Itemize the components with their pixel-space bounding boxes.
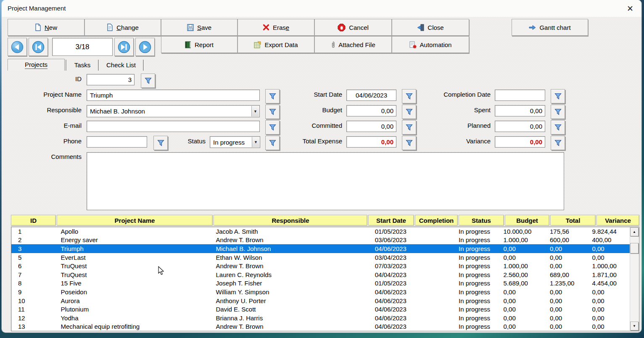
scroll-down-icon[interactable]: ▼ (630, 322, 639, 330)
cell-budget[interactable]: 0,00 (497, 322, 541, 331)
cell-project-name[interactable]: Poseidon (55, 288, 210, 296)
next-record-button[interactable] (135, 38, 155, 56)
close-button[interactable]: Close (392, 19, 469, 36)
cell-id[interactable]: 7 (11, 270, 55, 279)
cell-completion[interactable] (408, 296, 451, 305)
column-header-variance[interactable]: Variance (596, 215, 639, 226)
cell-budget[interactable]: 0,00 (497, 296, 541, 305)
cell-status[interactable]: In progress (451, 261, 496, 270)
cell-budget[interactable]: 0,00 (497, 305, 541, 314)
column-header-completion[interactable]: Completion (415, 215, 458, 226)
first-record-button[interactable] (29, 38, 48, 56)
cell-id[interactable]: 12 (11, 314, 55, 322)
email-filter-button[interactable] (265, 120, 280, 135)
cell-status[interactable]: In progress (451, 288, 496, 296)
cell-responsible[interactable]: Joseph T. Fisher (210, 279, 362, 288)
prev-record-button[interactable] (8, 38, 27, 56)
table-row[interactable]: 5EverLastEthan W. Wilson03/04/2023In pro… (11, 253, 630, 262)
cell-completion[interactable] (408, 288, 451, 296)
cell-completion[interactable] (408, 253, 451, 262)
cell-variance[interactable]: 9.824,44 (587, 227, 630, 236)
cell-variance[interactable]: 400,00 (587, 236, 630, 245)
cell-responsible[interactable]: Andrew T. Brown (210, 261, 362, 270)
email-field[interactable] (87, 121, 260, 132)
cell-id[interactable]: 5 (11, 253, 55, 262)
column-header-responsible[interactable]: Responsible (214, 215, 367, 226)
save-button[interactable]: Save (161, 19, 238, 36)
project-name-filter-button[interactable] (265, 89, 280, 103)
budget-filter-button[interactable] (402, 105, 416, 119)
start-date-field[interactable]: 04/06/2023 (346, 90, 396, 101)
completion-date-filter-button[interactable] (551, 89, 565, 103)
variance-filter-button[interactable] (551, 136, 565, 150)
report-button[interactable]: Report (161, 36, 238, 53)
table-row[interactable]: 11PlutoniumDavid E. Scott04/06/2023In pr… (11, 305, 630, 314)
planned-filter-button[interactable] (551, 120, 565, 135)
cell-budget[interactable]: 1.000,00 (497, 261, 541, 270)
cell-budget[interactable]: 1.000,00 (497, 236, 541, 245)
cell-id[interactable]: 3 (11, 244, 55, 253)
cell-total[interactable]: 175,56 (541, 227, 587, 236)
status-combobox[interactable]: In progress ▼ (210, 136, 260, 148)
cancel-button[interactable]: Cancel (314, 19, 392, 36)
table-row[interactable]: 12YodhaBrianna J. Harris04/06/2023In pro… (11, 314, 630, 322)
cell-start-date[interactable]: 04/06/2023 (362, 296, 408, 305)
cell-start-date[interactable]: 04/06/2023 (362, 305, 408, 314)
cell-status[interactable]: In progress (451, 314, 496, 322)
cell-project-name[interactable]: Aurora (55, 296, 210, 305)
cell-budget[interactable]: 5.689,00 (497, 279, 541, 288)
attached-file-button[interactable]: Attached File (314, 36, 392, 53)
cell-variance[interactable]: 4.454,00 (587, 279, 630, 288)
cell-responsible[interactable]: Andrew T. Brown (210, 236, 362, 245)
cell-project-name[interactable]: Plutonium (55, 305, 210, 314)
cell-completion[interactable] (408, 261, 451, 270)
cell-total[interactable]: 1.235,00 (541, 279, 587, 288)
cell-id[interactable]: 2 (11, 236, 55, 245)
cell-start-date[interactable]: 01/05/2023 (362, 227, 408, 236)
cell-responsible[interactable]: Ethan W. Wilson (210, 253, 362, 262)
cell-responsible[interactable]: David E. Scott (210, 305, 362, 314)
committed-field[interactable]: 0,00 (346, 121, 396, 132)
table-row[interactable]: 9PoseidonWilliam Y. Simpson04/06/2023In … (11, 288, 630, 296)
committed-filter-button[interactable] (402, 120, 416, 135)
cell-project-name[interactable]: Energy saver (55, 236, 210, 245)
responsible-filter-button[interactable] (265, 105, 280, 119)
cell-total[interactable]: 600,00 (541, 236, 587, 245)
scroll-up-icon[interactable]: ▲ (630, 227, 639, 236)
cell-start-date[interactable]: 04/06/2023 (362, 244, 408, 253)
cell-responsible[interactable]: Andrew T. Brown (210, 322, 362, 331)
new-button[interactable]: New (8, 19, 84, 36)
cell-total[interactable]: 0,00 (541, 261, 587, 270)
phone-field[interactable] (87, 136, 147, 148)
cell-variance[interactable]: 0,00 (587, 322, 630, 331)
cell-variance[interactable]: 0,00 (587, 314, 630, 322)
cell-responsible[interactable]: Lauren C. Reynolds (210, 270, 362, 279)
cell-project-name[interactable]: 15 Five (55, 279, 210, 288)
cell-completion[interactable] (408, 227, 451, 236)
cell-total[interactable]: 689,00 (541, 270, 587, 279)
column-header-status[interactable]: Status (459, 215, 504, 226)
cell-status[interactable]: In progress (451, 236, 496, 245)
cell-completion[interactable] (408, 314, 451, 322)
column-header-budget[interactable]: Budget (505, 215, 549, 226)
cell-project-name[interactable]: Apollo (55, 227, 210, 236)
cell-project-name[interactable]: Triumph (55, 244, 210, 253)
cell-budget[interactable]: 0,00 (497, 244, 541, 253)
cell-variance[interactable]: 0,00 (587, 305, 630, 314)
cell-total[interactable]: 0,00 (541, 244, 587, 253)
completion-date-field[interactable] (495, 90, 545, 101)
table-row[interactable]: 2Energy saverAndrew T. Brown03/06/2023In… (11, 236, 630, 245)
cell-start-date[interactable]: 04/06/2023 (362, 288, 408, 296)
last-record-button[interactable] (114, 38, 134, 56)
cell-variance[interactable]: 0,00 (587, 296, 630, 305)
cell-status[interactable]: In progress (451, 296, 496, 305)
table-row[interactable]: 7TruQuestLauren C. Reynolds04/04/2023In … (11, 270, 630, 279)
cell-budget[interactable]: 0,00 (497, 314, 541, 322)
column-header-start-date[interactable]: Start Date (368, 215, 414, 226)
comments-field[interactable] (87, 152, 564, 210)
column-header-id[interactable]: ID (11, 215, 56, 226)
cell-id[interactable]: 6 (11, 261, 55, 270)
tab-check-list[interactable]: Check List (100, 59, 142, 71)
cell-completion[interactable] (408, 322, 451, 331)
cell-budget[interactable]: 0,00 (497, 253, 541, 262)
